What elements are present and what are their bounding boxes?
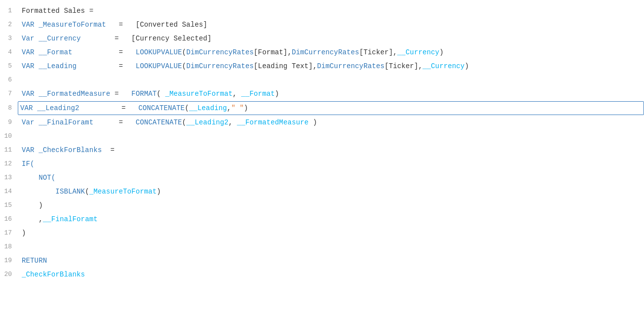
- code-token: DimCurrencyRates: [186, 62, 254, 70]
- line-content: Var __FinalForamt = CONCATENATE(__Leadin…: [18, 116, 644, 129]
- code-token: [102, 146, 110, 154]
- code-token: CONCATENATE: [136, 118, 182, 126]
- line-number: 16: [0, 213, 18, 226]
- code-line-1: 1Formatted Sales =: [0, 4, 644, 18]
- code-token: VAR __FormatedMeasure: [22, 90, 110, 98]
- code-token: ): [275, 90, 280, 98]
- line-content: Formatted Sales =: [18, 4, 644, 17]
- code-token: __Format: [241, 90, 275, 98]
- code-token: [Format],: [254, 48, 292, 56]
- code-token: ISBLANK: [55, 188, 85, 196]
- line-content: ISBLANK(_MeasureToFormat): [18, 185, 644, 198]
- line-number: 3: [0, 32, 18, 45]
- code-token: =: [119, 21, 123, 29]
- line-content: IF(: [18, 157, 644, 170]
- code-line-15: 15 ): [0, 198, 644, 212]
- line-number: 2: [0, 18, 18, 31]
- code-token: VAR _CheckForBlanks: [22, 146, 102, 154]
- line-content: ): [18, 199, 644, 212]
- code-token: CONCATENATE: [138, 104, 185, 112]
- code-token: __Currency: [423, 62, 465, 70]
- line-number: 4: [0, 46, 18, 59]
- code-line-12: 12IF(: [0, 157, 644, 171]
- line-number: 19: [0, 254, 18, 267]
- line-number: 14: [0, 185, 18, 198]
- code-line-3: 3Var __Currency = [Currency Selected]: [0, 32, 644, 45]
- code-token: [81, 35, 115, 42]
- code-line-18: 18: [0, 240, 644, 254]
- code-token: _CheckForBlanks: [22, 271, 85, 278]
- line-content: Var __Currency = [Currency Selected]: [18, 32, 644, 45]
- line-content: ,__FinalForamt: [18, 213, 644, 226]
- code-line-2: 2VAR _MeasureToFormat = [Converted Sales…: [0, 18, 644, 32]
- code-token: =: [119, 118, 123, 126]
- line-content: _CheckForBlanks: [18, 268, 644, 281]
- code-token: [Ticker],: [359, 48, 397, 56]
- code-token: Var __FinalForamt: [22, 118, 93, 126]
- code-token: ,: [233, 90, 241, 98]
- line-number: 12: [0, 157, 18, 170]
- code-token: ): [465, 62, 469, 70]
- line-number: 20: [0, 268, 18, 281]
- line-content: [18, 240, 644, 253]
- code-token: [Leading Text],: [254, 62, 317, 70]
- code-token: IF(: [22, 160, 35, 168]
- line-number: 6: [0, 74, 18, 86]
- code-line-6: 6: [0, 73, 644, 87]
- code-token: [Currency Selected]: [131, 35, 211, 42]
- code-token: [80, 104, 121, 112]
- code-line-11: 11VAR _CheckForBlanks =: [0, 143, 644, 157]
- code-token: _MeasureToFormat: [89, 188, 157, 196]
- code-editor[interactable]: 1Formatted Sales =2VAR _MeasureToFormat …: [0, 0, 644, 314]
- code-token: [110, 90, 115, 98]
- code-token: RETURN: [22, 257, 47, 265]
- code-token: [119, 90, 131, 98]
- code-token: [119, 35, 131, 42]
- code-token: [123, 62, 136, 70]
- code-token: ): [440, 48, 444, 56]
- line-content: VAR __Format = LOOKUPVALUE(DimCurrencyRa…: [18, 46, 644, 59]
- code-line-20: 20_CheckForBlanks: [0, 268, 644, 281]
- code-token: LOOKUPVALUE: [136, 62, 182, 70]
- code-token: [93, 118, 119, 126]
- code-token: VAR __Leading: [22, 62, 77, 70]
- code-token: __FormatedMeasure: [237, 118, 309, 126]
- code-token: [106, 21, 119, 29]
- code-line-4: 4VAR __Format = LOOKUPVALUE(DimCurrencyR…: [0, 45, 644, 59]
- code-token: [Ticker],: [385, 62, 423, 70]
- line-content: NOT(: [18, 171, 644, 184]
- line-content: VAR __FormatedMeasure = FORMAT( _Measure…: [18, 87, 644, 100]
- line-number: 11: [0, 144, 18, 157]
- code-token: (: [182, 118, 187, 126]
- code-token: ,: [22, 215, 43, 223]
- code-token: [77, 62, 119, 70]
- code-token: =: [119, 48, 123, 56]
- line-content: ): [18, 227, 644, 239]
- code-token: [22, 188, 55, 196]
- code-token: (: [185, 104, 189, 112]
- code-token: (: [182, 62, 187, 70]
- line-content: [18, 130, 644, 143]
- line-number: 8: [0, 102, 18, 115]
- code-token: ,: [229, 118, 237, 126]
- code-line-9: 9Var __FinalForamt = CONCATENATE(__Leadi…: [0, 116, 644, 129]
- code-token: [126, 104, 139, 112]
- line-number: 9: [0, 116, 18, 129]
- code-token: NOT(: [39, 174, 55, 182]
- code-token: (: [182, 48, 187, 56]
- code-line-19: 19RETURN: [0, 254, 644, 268]
- code-token: ): [22, 201, 43, 209]
- code-token: (: [157, 90, 165, 98]
- code-token: __Currency: [397, 48, 439, 56]
- code-token: =: [110, 146, 115, 154]
- code-token: DimCurrencyRates: [317, 62, 385, 70]
- line-content: [18, 74, 644, 86]
- line-number: 5: [0, 60, 18, 73]
- line-content: VAR __Leading = LOOKUPVALUE(DimCurrencyR…: [18, 60, 644, 73]
- line-content: RETURN: [18, 254, 644, 267]
- code-line-10: 10: [0, 129, 644, 143]
- code-token: [123, 118, 136, 126]
- code-token: [123, 21, 136, 29]
- code-token: =: [121, 104, 126, 112]
- code-token: _MeasureToFormat: [165, 90, 233, 98]
